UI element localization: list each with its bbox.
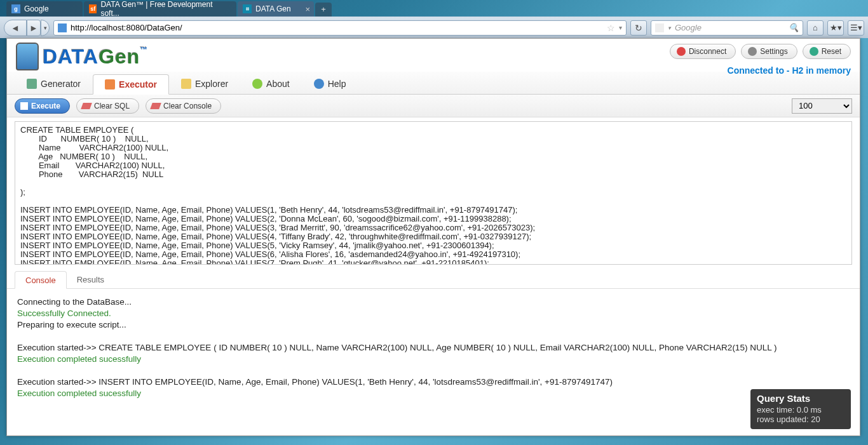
back-button[interactable]: ◄ — [4, 20, 27, 36]
browser-toolbar: ◄ ► ▾ ☆ ▾ ↻ ▾Google🔍 ⌂ ★▾ ☰▾ — [0, 17, 868, 38]
stats-title: Query Stats — [757, 393, 844, 404]
new-tab-button[interactable]: + — [315, 3, 332, 17]
app-header: DATAGen™ Disconnect Settings Reset Conne… — [7, 39, 860, 77]
dropdown-icon[interactable]: ▾ — [619, 24, 622, 31]
query-stats: Query Stats exec time: 0.0 ms rows updat… — [750, 389, 851, 429]
site-icon — [58, 23, 67, 32]
browser-tab-strip: gGoogle sfDATA Gen™ | Free Development s… — [0, 0, 868, 17]
settings-button[interactable]: Settings — [741, 44, 797, 59]
disconnect-button[interactable]: Disconnect — [670, 44, 736, 59]
tab-executor[interactable]: Executor — [93, 74, 169, 95]
folder-icon — [181, 79, 191, 89]
executor-toolbar: Execute Clear SQL Clear Console 100 — [7, 95, 860, 117]
reset-icon — [810, 47, 818, 56]
clear-console-button[interactable]: Clear Console — [146, 98, 221, 114]
app-content: DATAGen™ Disconnect Settings Reset Conne… — [6, 38, 860, 436]
browser-tab[interactable]: gGoogle — [6, 1, 83, 17]
menu-button[interactable]: ☰▾ — [848, 20, 864, 36]
console-line — [17, 365, 850, 376]
stats-rows: rows updated: 20 — [757, 415, 844, 424]
eraser-icon — [150, 103, 161, 109]
search-box[interactable]: ▾Google🔍 — [651, 20, 803, 36]
executor-icon — [105, 79, 115, 90]
console-line: Connecting to the DataBase... — [17, 296, 850, 308]
console-line: Execution completed sucessfully — [17, 388, 850, 399]
url-input[interactable] — [71, 23, 603, 32]
console-line: Execution completed sucessfully — [17, 354, 850, 365]
bookmarks-button[interactable]: ★▾ — [827, 20, 844, 36]
connection-status: Connected to - H2 in memory — [670, 65, 851, 76]
stats-exec-time: exec time: 0.0 ms — [757, 405, 844, 415]
console-output: Connecting to the DataBase...Successfull… — [7, 289, 860, 435]
result-tabs: Console Results — [7, 269, 860, 289]
gear-icon — [748, 47, 757, 56]
browser-tab-active[interactable]: ⌗DATA Gen× — [238, 1, 314, 17]
console-line: Successfully Connected. — [17, 308, 850, 319]
google-icon — [655, 23, 664, 32]
console-line: Preparing to execute script... — [17, 319, 850, 331]
clear-sql-button[interactable]: Clear SQL — [76, 98, 139, 114]
history-dropdown[interactable]: ▾ — [41, 20, 50, 36]
tab-results[interactable]: Results — [67, 270, 114, 288]
console-line: Execution started->> INSERT INTO EMPLOYE… — [17, 376, 850, 388]
search-icon[interactable]: 🔍 — [789, 23, 799, 32]
disconnect-icon — [677, 47, 686, 56]
run-icon — [20, 102, 28, 110]
favicon-icon: sf — [89, 4, 97, 13]
search-drop-icon[interactable]: ▾ — [668, 25, 671, 31]
sql-textarea[interactable] — [15, 122, 851, 264]
about-icon — [252, 79, 262, 89]
home-button[interactable]: ⌂ — [807, 20, 824, 36]
row-limit-select[interactable]: 100 — [792, 98, 852, 114]
reset-button[interactable]: Reset — [803, 44, 851, 59]
favicon-icon: ⌗ — [243, 4, 252, 13]
eraser-icon — [81, 103, 92, 109]
console-line — [17, 331, 850, 342]
home-icon — [27, 79, 37, 89]
logo-icon — [16, 43, 39, 70]
help-icon — [314, 79, 324, 89]
close-icon[interactable]: × — [305, 4, 310, 14]
console-line: Execution started->> CREATE TABLE EMPLOY… — [17, 342, 850, 354]
tab-console[interactable]: Console — [15, 271, 67, 289]
execute-button[interactable]: Execute — [15, 98, 70, 114]
reload-button[interactable]: ↻ — [630, 20, 647, 36]
app-logo: DATAGen™ — [16, 43, 148, 70]
forward-button[interactable]: ► — [27, 20, 41, 36]
sql-editor — [15, 121, 852, 265]
url-bar[interactable]: ☆ ▾ — [53, 20, 627, 36]
bookmark-icon[interactable]: ☆ — [607, 23, 615, 33]
favicon-icon: g — [11, 4, 20, 13]
browser-tab[interactable]: sfDATA Gen™ | Free Development soft... — [84, 1, 236, 17]
